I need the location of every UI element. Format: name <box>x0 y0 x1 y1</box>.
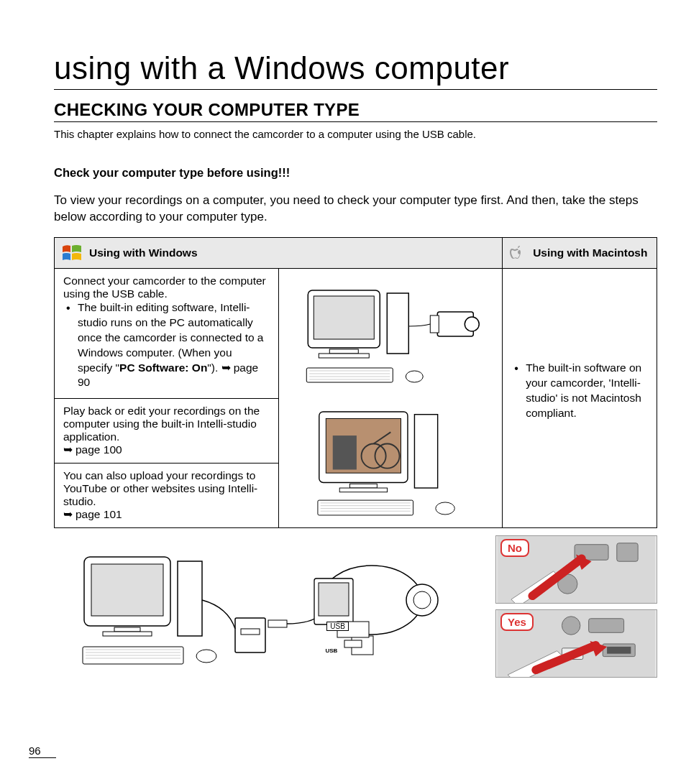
wrong-port-diagram: No <box>495 535 657 604</box>
svg-rect-5 <box>306 368 393 382</box>
win-illustration-cell <box>278 268 503 527</box>
win-bullet-text-b: "). <box>207 361 221 374</box>
win-step-1-bullet: The built-in editing software, Intelli-s… <box>63 300 270 391</box>
svg-rect-16 <box>332 435 356 469</box>
svg-rect-40 <box>235 618 265 652</box>
computer-camcorder-illustration-1 <box>279 269 503 398</box>
win-step-1-lead: Connect your camcorder to the computer u… <box>63 275 270 300</box>
page-title: using with a Windows computer <box>54 50 657 90</box>
svg-rect-22 <box>414 415 437 488</box>
yes-label: Yes <box>500 613 534 631</box>
usb-connection-diagram: USB USB <box>54 535 488 679</box>
svg-rect-50 <box>344 640 362 647</box>
section-heading: CHECKING YOUR COMPUTER TYPE <box>54 100 657 122</box>
svg-point-39 <box>196 650 216 663</box>
windows-logo-icon <box>62 244 82 262</box>
svg-rect-23 <box>317 500 413 515</box>
svg-rect-21 <box>339 488 387 492</box>
intro-text: This chapter explains how to connect the… <box>54 128 657 140</box>
win-bullet-bold: PC Software: On <box>119 361 207 374</box>
mac-cell: The built-in software on your camcorder,… <box>503 268 657 527</box>
win-step-2-text: Play back or edit your recordings on the… <box>63 405 260 443</box>
svg-rect-20 <box>349 484 377 488</box>
svg-rect-1 <box>314 296 374 339</box>
apple-logo-icon <box>510 244 526 262</box>
svg-rect-3 <box>319 354 369 358</box>
mac-bullet: The built-in software on your camcorder,… <box>511 361 648 421</box>
win-step-2: Play back or edit your recordings on the… <box>55 398 279 463</box>
svg-rect-4 <box>387 293 408 354</box>
os-comparison-table: Using with Windows Using with Macintosh … <box>54 237 657 528</box>
svg-rect-30 <box>91 564 163 616</box>
check-subhead: Check your computer type before using!!! <box>54 166 657 180</box>
usb-small-label: USB <box>326 647 338 654</box>
win-step-1: Connect your camcorder to the computer u… <box>55 268 279 398</box>
svg-point-13 <box>465 317 479 331</box>
correct-port-diagram: Yes <box>495 609 657 678</box>
computer-playback-illustration-2 <box>279 398 503 527</box>
mac-header-label: Using with Macintosh <box>533 246 647 259</box>
svg-rect-42 <box>268 620 287 627</box>
svg-point-28 <box>435 502 454 515</box>
page-number: 96 <box>29 744 56 758</box>
svg-point-47 <box>413 591 431 609</box>
svg-rect-32 <box>103 632 152 636</box>
svg-point-57 <box>562 617 580 635</box>
svg-rect-41 <box>241 629 260 635</box>
page-ref-100: page 100 <box>63 443 122 456</box>
usb-port-label: USB <box>326 622 349 631</box>
windows-header-label: Using with Windows <box>89 246 198 259</box>
svg-point-10 <box>406 371 423 382</box>
svg-rect-31 <box>114 627 140 632</box>
no-label: No <box>500 539 529 557</box>
svg-rect-53 <box>617 543 638 561</box>
body-text: To view your recordings on a computer, y… <box>54 193 657 226</box>
svg-rect-60 <box>607 647 631 654</box>
svg-rect-2 <box>329 349 358 354</box>
page-ref-101: page 101 <box>63 508 122 520</box>
win-step-3: You can also upload your recordings to Y… <box>55 463 279 527</box>
svg-rect-45 <box>319 583 349 616</box>
svg-rect-58 <box>589 619 624 633</box>
win-step-3-text: You can also upload your recordings to Y… <box>63 469 257 507</box>
svg-rect-33 <box>178 561 202 636</box>
svg-rect-12 <box>430 315 439 333</box>
